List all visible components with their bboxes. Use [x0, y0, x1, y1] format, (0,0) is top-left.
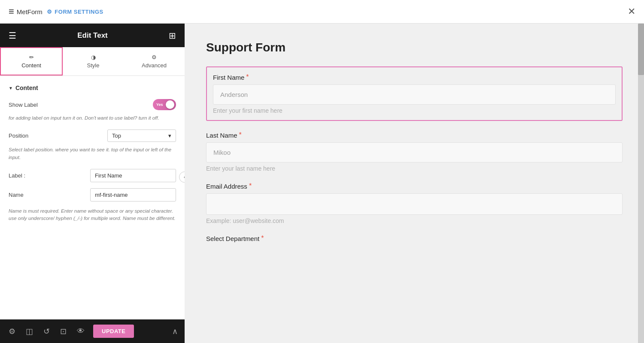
email-label-text: Email Address: [206, 183, 247, 190]
bottom-toolbar: ⚙ ◫ ↺ ⊡ 👁 UPDATE ∧: [0, 319, 185, 343]
top-bar-left: ≡ MetForm ⚙ FORM SETTINGS: [9, 6, 103, 17]
position-value: Top: [112, 132, 121, 139]
content-tab-icon: ✏: [29, 54, 34, 60]
form-settings-label: FORM SETTINGS: [55, 9, 103, 15]
content-tab-label: Content: [21, 62, 41, 69]
toggle-yes-label: Yes: [156, 102, 163, 107]
advanced-tab-label: Advanced: [142, 62, 167, 69]
left-panel: ☰ Edit Text ⊞ ✏ Content ◑ Style ⚙ Advanc…: [0, 24, 185, 343]
email-label: Email Address *: [206, 182, 623, 190]
position-hint: Select label position. where you want to…: [9, 146, 176, 161]
responsive-toolbar-btn[interactable]: ⊡: [58, 325, 68, 338]
label-input[interactable]: [90, 169, 176, 182]
position-row: Position Top ▾: [9, 129, 176, 142]
department-field-group: Select Department *: [206, 235, 623, 242]
chevron-up-button[interactable]: ∧: [172, 327, 178, 336]
form-settings-button[interactable]: ⚙ FORM SETTINGS: [47, 9, 103, 15]
name-row: Name: [9, 188, 176, 202]
department-label-text: Select Department: [206, 235, 259, 242]
show-label-row: Show Label Yes: [9, 99, 176, 110]
style-tab-icon: ◑: [91, 54, 96, 60]
grid-icon[interactable]: ⊞: [169, 30, 176, 41]
gear-icon: ⚙: [47, 9, 52, 15]
first-name-label-text: First Name: [213, 74, 244, 81]
advanced-tab-icon: ⚙: [152, 54, 157, 60]
first-name-value: Anderson: [220, 91, 248, 98]
label-row: Label :: [9, 169, 176, 182]
tab-advanced[interactable]: ⚙ Advanced: [124, 47, 185, 75]
style-tab-label: Style: [87, 62, 100, 69]
logo-text: MetForm: [17, 8, 43, 15]
email-placeholder: Example: user@website.com: [206, 217, 623, 224]
logo-icon: ≡: [9, 6, 14, 17]
email-field-group: Email Address * Example: user@website.co…: [206, 182, 623, 224]
preview-toolbar-btn[interactable]: 👁: [75, 325, 86, 337]
first-name-field-group: First Name * Anderson Enter your first n…: [206, 66, 623, 121]
tab-content[interactable]: ✏ Content: [0, 47, 63, 75]
department-required-star: *: [261, 235, 264, 242]
tab-style[interactable]: ◑ Style: [63, 47, 124, 75]
show-label-toggle[interactable]: Yes: [153, 99, 176, 110]
show-label-hint: for adding label on input turn it on. Do…: [9, 114, 176, 122]
main-content: ☰ Edit Text ⊞ ✏ Content ◑ Style ⚙ Advanc…: [0, 24, 644, 343]
form-title: Support Form: [206, 41, 623, 54]
panel-body: Content Show Label Yes for adding label …: [0, 76, 185, 319]
history-toolbar-btn[interactable]: ↺: [42, 325, 52, 338]
email-input[interactable]: [206, 193, 623, 215]
last-name-field-group: Last Name * Mikoo Enter your last name h…: [206, 131, 623, 172]
layers-toolbar-btn[interactable]: ◫: [24, 325, 35, 338]
last-name-required-star: *: [239, 131, 242, 139]
top-bar: ≡ MetForm ⚙ FORM SETTINGS ✕: [0, 0, 644, 24]
last-name-label: Last Name *: [206, 131, 623, 139]
last-name-value: Mikoo: [213, 149, 231, 156]
hamburger-icon[interactable]: ☰: [9, 30, 16, 41]
name-input[interactable]: [90, 188, 176, 202]
first-name-input[interactable]: Anderson: [213, 84, 616, 105]
department-label: Select Department *: [206, 235, 623, 242]
first-name-required-star: *: [246, 73, 249, 81]
scrollbar-track: [638, 24, 644, 343]
last-name-input[interactable]: Mikoo: [206, 142, 623, 162]
close-button[interactable]: ✕: [628, 7, 635, 16]
panel-title: Edit Text: [77, 31, 108, 40]
position-dropdown[interactable]: Top ▾: [107, 129, 176, 142]
content-section-title: Content: [9, 84, 176, 91]
name-hint: Name is must required. Enter name withou…: [9, 208, 176, 223]
chevron-down-icon: ▾: [168, 132, 171, 139]
tab-bar: ✏ Content ◑ Style ⚙ Advanced: [0, 47, 185, 76]
first-name-placeholder: Enter your first name here: [213, 107, 616, 114]
last-name-placeholder: Enter your last name here: [206, 165, 623, 172]
toggle-thumb: [166, 100, 174, 109]
update-button[interactable]: UPDATE: [93, 325, 134, 338]
first-name-label: First Name *: [213, 73, 616, 81]
email-required-star: *: [249, 182, 252, 190]
name-key: Name: [9, 192, 24, 198]
position-label: Position: [9, 132, 28, 139]
toggle-track[interactable]: Yes: [153, 99, 176, 110]
last-name-label-text: Last Name: [206, 132, 237, 139]
scrollbar-thumb[interactable]: [638, 24, 644, 75]
app-logo: ≡ MetForm: [9, 6, 43, 17]
label-key: Label :: [9, 172, 25, 179]
right-panel: Support Form First Name * Anderson Enter…: [185, 24, 644, 343]
show-label-text: Show Label: [9, 102, 38, 108]
panel-header: ☰ Edit Text ⊞: [0, 24, 185, 47]
settings-toolbar-btn[interactable]: ⚙: [7, 325, 17, 338]
